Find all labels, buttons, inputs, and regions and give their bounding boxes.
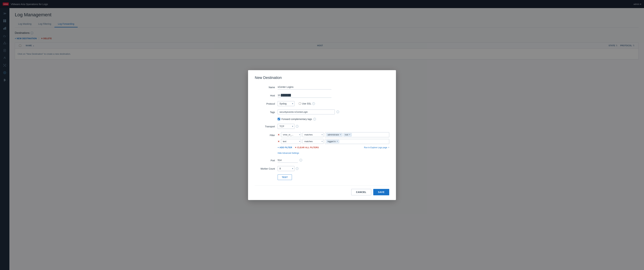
port-label: Port bbox=[255, 158, 275, 162]
form-row-filter: Filter ✕ vmw_vr_... ▾ matches does not bbox=[255, 132, 389, 154]
remove-tag-administrator[interactable]: ✕ bbox=[340, 134, 341, 136]
protocol-label: Protocol bbox=[255, 101, 275, 105]
worker-count-select-outer: 1 2 4 8 16 ▾ bbox=[278, 166, 294, 171]
form-row-tags: Tags i bbox=[255, 110, 389, 114]
filter-area: ✕ vmw_vr_... ▾ matches does not match co… bbox=[278, 132, 389, 154]
remove-tag-root[interactable]: ✕ bbox=[349, 134, 350, 136]
protocol-select-wrapper: Syslog CFapi ▾ bbox=[278, 101, 294, 106]
tags-info-icon: i bbox=[336, 111, 339, 113]
run-explore-button[interactable]: Run in Explore Logs page ↗ bbox=[364, 146, 389, 149]
tag-chip-administrator: administrator ✕ bbox=[326, 133, 342, 136]
form-row-host: Host bbox=[255, 93, 389, 98]
forward-complementary-checkbox[interactable] bbox=[278, 118, 280, 120]
filter-operator-2-select[interactable]: matches does not match contains bbox=[302, 139, 324, 144]
filter-operator-1-wrap: matches does not match contains ▾ bbox=[302, 132, 324, 137]
form-row-transport: Transport TCP UDP ▾ i bbox=[255, 124, 389, 129]
host-input[interactable] bbox=[278, 93, 332, 98]
use-ssl-checkbox[interactable] bbox=[299, 102, 301, 105]
cancel-button[interactable]: CANCEL bbox=[351, 189, 371, 195]
add-filter-button[interactable]: + ADD FILTER bbox=[278, 146, 292, 149]
filter-row-2: ✕ text ▾ matches does not match contains bbox=[278, 139, 389, 144]
filter-operator-1-select[interactable]: matches does not match contains bbox=[302, 132, 324, 137]
host-control bbox=[278, 93, 389, 98]
tags-label: Tags bbox=[255, 110, 275, 114]
tags-input[interactable] bbox=[278, 110, 335, 114]
name-control bbox=[278, 85, 389, 90]
dialog-title: New Destination bbox=[255, 76, 389, 80]
transport-label: Transport bbox=[255, 124, 275, 128]
form-row-protocol: Protocol Syslog CFapi ▾ Use SSL i bbox=[255, 101, 389, 106]
protocol-select[interactable]: Syslog CFapi bbox=[278, 101, 294, 106]
worker-count-label: Worker Count bbox=[255, 166, 275, 170]
port-input[interactable] bbox=[278, 158, 298, 163]
remove-tag-logged-in[interactable]: ✕ bbox=[336, 140, 338, 142]
new-destination-dialog: New Destination Name Host Protocol Syslo… bbox=[248, 70, 396, 200]
remove-filter-2-icon[interactable]: ✕ bbox=[278, 140, 280, 143]
filter-field-2-select[interactable]: text bbox=[281, 139, 301, 144]
tags-control: i bbox=[278, 110, 389, 114]
modal-overlay: New Destination Name Host Protocol Syslo… bbox=[0, 0, 644, 270]
filter-field-1-wrap: vmw_vr_... ▾ bbox=[281, 132, 301, 137]
port-control: i bbox=[278, 158, 389, 163]
transport-select-wrapper: TCP UDP ▾ bbox=[278, 124, 294, 129]
use-ssl-info-icon: i bbox=[312, 102, 315, 105]
form-row-worker-count: Worker Count 1 2 4 8 16 ▾ i bbox=[255, 166, 389, 171]
hide-advanced-wrapper: Hide Advanced Settings bbox=[278, 151, 389, 154]
clear-all-filters-button[interactable]: ✕ CLEAR ALL FILTERS bbox=[295, 146, 319, 149]
host-label: Host bbox=[255, 93, 275, 97]
port-info-icon: i bbox=[300, 159, 302, 161]
form-row-test: TEST bbox=[255, 174, 389, 180]
use-ssl-group: Use SSL i bbox=[299, 102, 315, 105]
filter-field-1-select[interactable]: vmw_vr_... bbox=[281, 132, 301, 137]
filter-field-2-wrap: text ▾ bbox=[281, 139, 301, 144]
filter-values-1: administrator ✕ root ✕ bbox=[325, 132, 389, 137]
name-label: Name bbox=[255, 85, 275, 89]
filter-actions: + ADD FILTER ✕ CLEAR ALL FILTERS Run in … bbox=[278, 146, 389, 149]
worker-count-info-icon: i bbox=[296, 167, 298, 170]
worker-select-wrapper: 1 2 4 8 16 ▾ i bbox=[278, 166, 298, 171]
form-row-name: Name bbox=[255, 85, 389, 90]
worker-count-select[interactable]: 1 2 4 8 16 bbox=[278, 166, 294, 171]
name-input[interactable] bbox=[278, 85, 332, 90]
transport-control: TCP UDP ▾ i bbox=[278, 124, 389, 129]
dialog-footer: CANCEL SAVE bbox=[255, 185, 389, 195]
tag-chip-logged-in: logged in ✕ bbox=[326, 140, 339, 143]
hide-advanced-button[interactable]: Hide Advanced Settings bbox=[278, 152, 299, 154]
form-row-forward-tags: Forward complementary tags i bbox=[255, 118, 389, 120]
use-ssl-label: Use SSL bbox=[302, 102, 311, 105]
save-button[interactable]: SAVE bbox=[373, 189, 389, 195]
tag-chip-root: root ✕ bbox=[344, 133, 352, 136]
form-row-port: Port i bbox=[255, 158, 389, 163]
filter-values-2: logged in ✕ bbox=[325, 139, 389, 144]
remove-filter-1-icon[interactable]: ✕ bbox=[278, 134, 280, 136]
test-button[interactable]: TEST bbox=[278, 174, 292, 180]
forward-tags-info-icon: i bbox=[313, 118, 316, 120]
transport-info-icon: i bbox=[296, 125, 298, 128]
forward-tags-group: Forward complementary tags i bbox=[278, 118, 316, 120]
worker-count-control: 1 2 4 8 16 ▾ i bbox=[278, 166, 389, 171]
filter-row-1: ✕ vmw_vr_... ▾ matches does not match co… bbox=[278, 132, 389, 137]
forward-complementary-label: Forward complementary tags bbox=[282, 118, 312, 120]
filter-label: Filter bbox=[255, 132, 275, 137]
transport-select[interactable]: TCP UDP bbox=[278, 124, 294, 129]
transport-group: TCP UDP ▾ i bbox=[278, 124, 298, 129]
protocol-control: Syslog CFapi ▾ Use SSL i bbox=[278, 101, 389, 106]
filter-operator-2-wrap: matches does not match contains ▾ bbox=[302, 139, 324, 144]
